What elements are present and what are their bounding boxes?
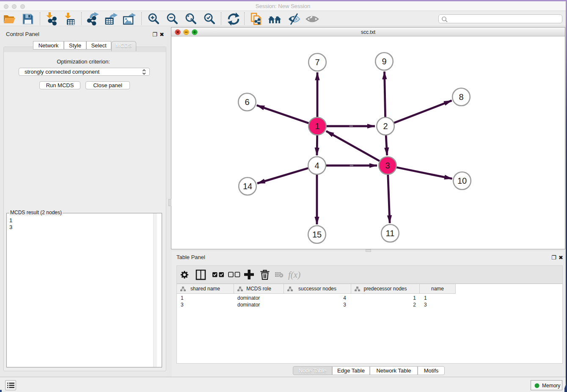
svg-text:15: 15 <box>312 230 322 239</box>
svg-text:2: 2 <box>383 121 388 131</box>
svg-text:10: 10 <box>457 176 467 185</box>
svg-text:4: 4 <box>314 161 319 170</box>
svg-text:7: 7 <box>315 58 319 67</box>
svg-text:f(x): f(x) <box>288 270 300 280</box>
svg-text:8: 8 <box>459 92 463 102</box>
svg-text:6: 6 <box>245 97 249 107</box>
svg-text:11: 11 <box>386 229 395 238</box>
svg-text:1: 1 <box>315 121 319 131</box>
svg-text:9: 9 <box>382 57 386 66</box>
svg-text:14: 14 <box>243 182 252 191</box>
svg-text:3: 3 <box>385 161 390 170</box>
